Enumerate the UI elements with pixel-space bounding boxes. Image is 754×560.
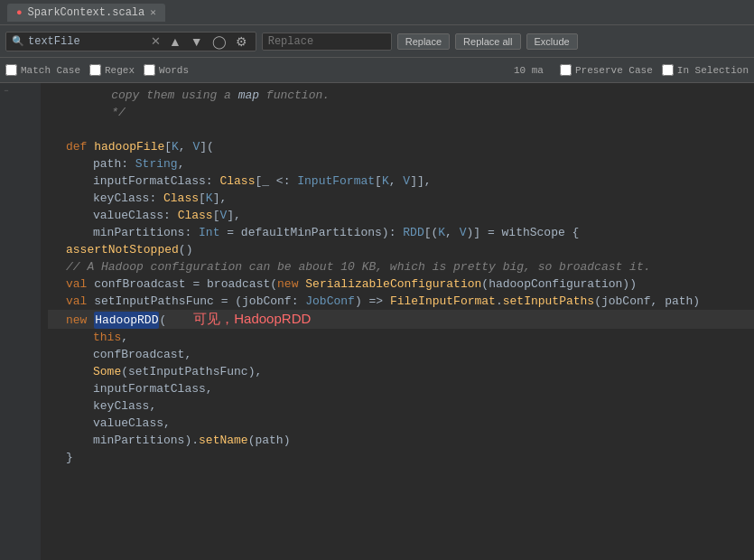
code-line: valueClass: Class[V], (48, 207, 754, 224)
code-area[interactable]: copy them using a map function. */ def h… (41, 83, 754, 560)
match-case-label: Match Case (21, 65, 80, 76)
replace-button[interactable]: Replace (397, 33, 450, 50)
search-settings-button[interactable]: ⚙ (233, 34, 250, 49)
replace-field-wrapper (262, 33, 392, 51)
code-line (48, 121, 754, 138)
match-case-option[interactable]: Match Case (5, 64, 80, 76)
code-line: inputFormatClass, (48, 380, 754, 397)
replace-input[interactable] (268, 35, 386, 48)
code-line: val setInputPathsFunc = (jobConf: JobCon… (48, 293, 754, 310)
find-icon: 🔍 (12, 35, 24, 47)
match-case-checkbox[interactable] (5, 64, 17, 76)
code-line: path: String, (48, 155, 754, 173)
scala-file-icon: ● (16, 7, 23, 18)
code-line: this, (48, 329, 754, 346)
words-checkbox[interactable] (144, 64, 155, 76)
code-line-hadoop-rdd: new HadoopRDD( 可见，HadoopRDD (48, 310, 754, 329)
words-label: Words (159, 65, 189, 76)
code-line: valueClass, (48, 415, 754, 432)
search-input[interactable] (28, 35, 145, 48)
preserve-case-option[interactable]: Preserve Case (560, 64, 653, 76)
code-line: */ (48, 104, 754, 121)
line-number-gutter: − (0, 83, 41, 560)
regex-checkbox[interactable] (89, 64, 101, 76)
code-line: } (48, 449, 754, 466)
tooltip-text: 可见，HadoopRDD (193, 310, 311, 327)
editor-tab[interactable]: ● SparkContext.scala ✕ (7, 4, 165, 22)
code-line: keyClass: Class[K], (48, 190, 754, 207)
replace-all-button[interactable]: Replace all (455, 33, 520, 50)
code-line: val confBroadcast = broadcast(new Serial… (48, 275, 754, 293)
code-line: minPartitions: Int = defaultMinPartition… (48, 224, 754, 241)
exclude-button[interactable]: Exclude (526, 33, 578, 50)
match-count: 10 ma (514, 65, 544, 76)
search-nav-up-button[interactable]: ▲ (166, 34, 184, 49)
preserve-case-label: Preserve Case (575, 65, 653, 76)
in-selection-checkbox[interactable] (662, 64, 674, 76)
title-bar: ● SparkContext.scala ✕ (0, 0, 754, 25)
words-option[interactable]: Words (144, 64, 189, 76)
in-selection-label: In Selection (677, 65, 749, 76)
code-line: confBroadcast, (48, 346, 754, 363)
code-line: minPartitions).setName(path) (48, 432, 754, 449)
hadoop-rdd-highlight: HadoopRDD (94, 312, 159, 329)
code-line: inputFormatClass: Class[_ <: InputFormat… (48, 173, 754, 190)
editor: − copy them using a map function. */ def… (0, 83, 754, 560)
code-line: Some(setInputPathsFunc), (48, 363, 754, 380)
code-line: assertNotStopped() (48, 241, 754, 258)
tab-filename: SparkContext.scala (28, 6, 145, 19)
code-line: copy them using a map function. (48, 87, 754, 104)
options-bar: Match Case Regex Words 10 ma Preserve Ca… (0, 58, 754, 83)
regex-label: Regex (105, 65, 135, 76)
fold-marker[interactable]: − (2, 87, 11, 96)
tab-close-icon[interactable]: ✕ (150, 6, 156, 18)
regex-option[interactable]: Regex (89, 64, 135, 76)
in-selection-option[interactable]: In Selection (662, 64, 749, 76)
search-regex-toggle[interactable]: ◯ (209, 34, 229, 49)
code-line: def hadoopFile[K, V]( (48, 138, 754, 155)
search-bar: 🔍 ✕ ▲ ▼ ◯ ⚙ Replace Replace all Exclude (0, 25, 754, 58)
search-field-wrapper: 🔍 ✕ ▲ ▼ ◯ ⚙ (5, 32, 256, 51)
search-nav-down-button[interactable]: ▼ (188, 34, 206, 49)
search-clear-button[interactable]: ✕ (149, 34, 163, 48)
code-line: // A Hadoop configuration can be about 1… (48, 258, 754, 275)
code-line: keyClass, (48, 397, 754, 415)
preserve-case-checkbox[interactable] (560, 64, 572, 76)
